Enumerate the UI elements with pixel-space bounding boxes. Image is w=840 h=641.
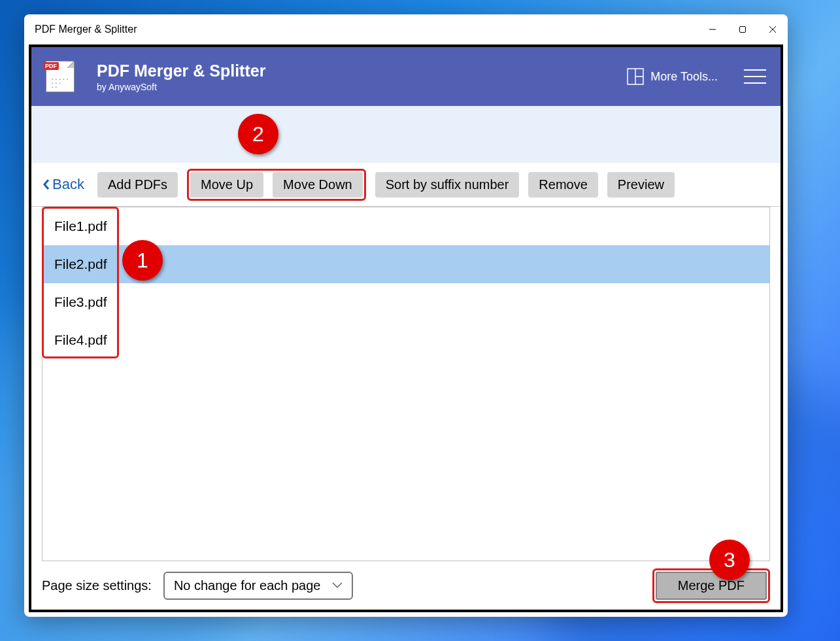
annotation-badge-2: 2: [238, 114, 278, 154]
page-size-select[interactable]: No change for each page: [163, 572, 354, 600]
merge-pdf-button[interactable]: Merge PDF: [656, 572, 767, 600]
hamburger-icon: [744, 69, 766, 71]
app-header: • • • • •• • •• • PDF PDF Merger & Split…: [31, 47, 781, 106]
remove-button[interactable]: Remove: [528, 172, 597, 198]
back-button[interactable]: Back: [43, 176, 84, 193]
annotation-highlight-merge: Merge PDF: [652, 568, 770, 603]
footer-bar: Page size settings: No change for each p…: [31, 561, 781, 610]
toolbar: Back Add PDFs Move Up Move Down Sort by …: [31, 163, 781, 207]
file-name: File4.pdf: [54, 332, 107, 348]
app-logo-icon: • • • • •• • •• • PDF: [46, 61, 77, 92]
move-up-button[interactable]: Move Up: [190, 172, 263, 198]
svg-rect-1: [740, 27, 746, 33]
move-down-button[interactable]: Move Down: [273, 172, 363, 198]
file-name: File2.pdf: [54, 256, 107, 272]
annotation-highlight-move: Move Up Move Down: [187, 169, 366, 201]
annotation-badge-3: 3: [709, 540, 750, 580]
chevron-down-icon: [332, 582, 343, 589]
close-icon: [769, 26, 777, 33]
add-pdfs-button[interactable]: Add PDFs: [97, 172, 178, 198]
close-button[interactable]: [758, 14, 788, 44]
more-tools-button[interactable]: More Tools...: [627, 68, 718, 85]
annotation-badge-1: 1: [122, 240, 163, 281]
minimize-icon: [709, 26, 716, 33]
file-name: File3.pdf: [54, 294, 107, 310]
app-frame: • • • • •• • •• • PDF PDF Merger & Split…: [29, 44, 783, 612]
window-title: PDF Merger & Splitter: [35, 24, 697, 35]
page-size-label: Page size settings:: [42, 578, 152, 593]
file-row[interactable]: File4.pdf: [42, 321, 769, 359]
app-window: PDF Merger & Splitter • • • • •• • •• • …: [24, 14, 788, 617]
ad-banner-area: 2: [31, 106, 781, 163]
app-title: PDF Merger & Splitter: [97, 61, 627, 80]
maximize-icon: [739, 26, 747, 33]
app-subtitle: by AnywaySoft: [97, 82, 627, 92]
file-row[interactable]: File3.pdf: [42, 283, 769, 321]
file-name: File1.pdf: [54, 218, 107, 234]
preview-button[interactable]: Preview: [607, 172, 675, 198]
maximize-button[interactable]: [728, 14, 758, 44]
chevron-left-icon: [43, 179, 50, 190]
grid-icon: [627, 68, 644, 85]
minimize-button[interactable]: [697, 14, 728, 44]
file-row[interactable]: File1.pdf: [42, 207, 769, 245]
menu-button[interactable]: [744, 69, 766, 84]
sort-by-suffix-button[interactable]: Sort by suffix number: [375, 172, 520, 198]
file-list[interactable]: File1.pdf File2.pdf File3.pdf File4.pdf …: [42, 207, 770, 561]
title-bar: PDF Merger & Splitter: [24, 14, 788, 44]
